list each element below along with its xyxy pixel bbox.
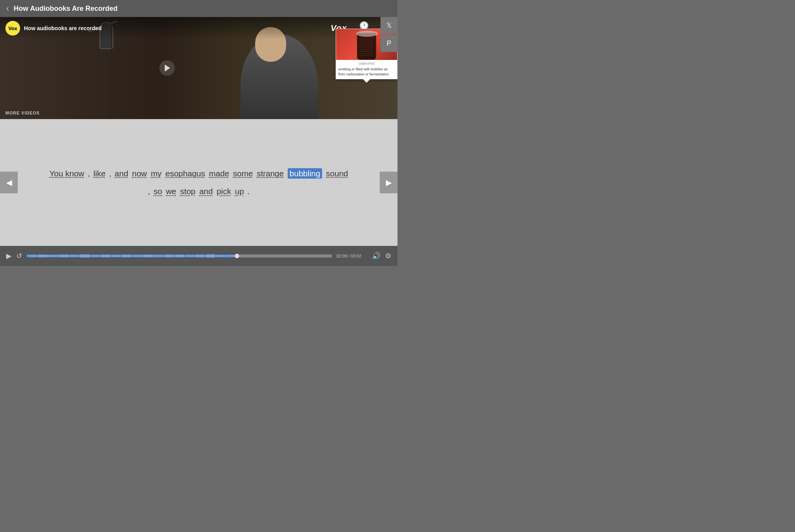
more-videos-label: MORE VIDEOS bbox=[5, 111, 40, 115]
total-time: 03:02 bbox=[351, 254, 362, 258]
prev-button[interactable]: ◀ bbox=[0, 172, 18, 193]
twitter-icon: 𝕏 bbox=[386, 21, 392, 30]
word-now[interactable]: now bbox=[132, 169, 147, 178]
twitter-button[interactable]: 𝕏 bbox=[380, 17, 398, 34]
progress-filled bbox=[27, 254, 237, 257]
play-icon bbox=[165, 65, 170, 72]
punct-3: , bbox=[148, 187, 150, 196]
settings-icon: ⚙ bbox=[385, 252, 391, 260]
play-button[interactable]: ▶ bbox=[6, 252, 12, 260]
bottom-controls: ▶ ↺ bbox=[0, 246, 398, 266]
word-made[interactable]: made bbox=[209, 169, 229, 178]
transcript-line-2: , so we stop and pick up . bbox=[49, 182, 349, 200]
progress-bar[interactable] bbox=[27, 254, 332, 257]
volume-button[interactable]: 🔊 bbox=[372, 252, 380, 260]
word-you-know[interactable]: You know bbox=[49, 169, 84, 178]
settings-button[interactable]: ⚙ bbox=[385, 252, 391, 260]
transcript-text: You know , like , and now my esophagus m… bbox=[49, 165, 349, 200]
back-button[interactable]: ‹ bbox=[6, 4, 9, 13]
word-like[interactable]: like bbox=[94, 169, 106, 178]
word-esophagus[interactable]: esophagus bbox=[165, 169, 205, 178]
word-we[interactable]: we bbox=[166, 187, 176, 196]
transcript-line-1: You know , like , and now my esophagus m… bbox=[49, 165, 349, 182]
word-up[interactable]: up bbox=[235, 187, 244, 196]
popup-arrow bbox=[363, 79, 370, 83]
waveform bbox=[27, 254, 237, 257]
punct-2: , bbox=[109, 169, 111, 178]
word-strange[interactable]: strange bbox=[257, 169, 284, 178]
word-bubbling[interactable]: bubbling bbox=[288, 168, 322, 179]
current-time: 02:08 bbox=[336, 254, 347, 258]
header: ‹ How Audiobooks Are Recorded bbox=[0, 0, 398, 17]
replay-icon: ↺ bbox=[16, 252, 22, 260]
video-wrapper: Vox How audiobooks are recorded Vox 🕐 Wa… bbox=[0, 17, 398, 119]
word-pick[interactable]: pick bbox=[217, 187, 231, 196]
pinterest-button[interactable]: P bbox=[380, 35, 398, 52]
time-display: 02:08 / 03:02 bbox=[336, 254, 367, 258]
video-area: Vox How audiobooks are recorded Vox 🕐 Wa… bbox=[0, 17, 398, 119]
punct-4: . bbox=[247, 187, 250, 196]
progress-thumb[interactable] bbox=[235, 254, 239, 258]
right-arrow-icon: ▶ bbox=[386, 178, 392, 187]
pinterest-icon: P bbox=[387, 39, 391, 48]
replay-button[interactable]: ↺ bbox=[16, 252, 22, 260]
transcript-area: ◀ You know , like , and now my esophagus… bbox=[0, 119, 398, 246]
word-my[interactable]: my bbox=[151, 169, 162, 178]
video-play-button[interactable] bbox=[159, 60, 175, 76]
word-stop[interactable]: stop bbox=[180, 187, 196, 196]
word-and-1[interactable]: and bbox=[115, 169, 128, 178]
video-title-overlay: How audiobooks are recorded bbox=[24, 25, 102, 31]
soda-bubbles bbox=[360, 36, 374, 57]
volume-icon: 🔊 bbox=[372, 252, 380, 260]
word-and-2[interactable]: and bbox=[199, 187, 213, 196]
soda-glass bbox=[357, 33, 376, 60]
play-icon: ▶ bbox=[6, 252, 12, 260]
social-sidebar: 𝕏 P bbox=[380, 17, 398, 52]
word-so[interactable]: so bbox=[154, 187, 162, 196]
next-button[interactable]: ▶ bbox=[380, 172, 398, 193]
punct-1: , bbox=[88, 169, 90, 178]
definition-pos: (adjective) bbox=[336, 60, 397, 66]
main-container: Vox How audiobooks are recorded Vox 🕐 Wa… bbox=[0, 17, 398, 266]
vox-logo: Vox bbox=[5, 21, 20, 36]
word-sound[interactable]: sound bbox=[326, 169, 348, 178]
page-title: How Audiobooks Are Recorded bbox=[14, 5, 118, 13]
word-some[interactable]: some bbox=[233, 169, 253, 178]
definition-text: emitting or filled with bubbles as from … bbox=[336, 66, 397, 79]
left-arrow-icon: ◀ bbox=[6, 178, 12, 187]
